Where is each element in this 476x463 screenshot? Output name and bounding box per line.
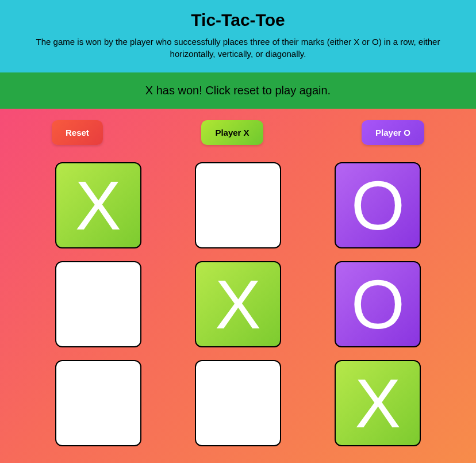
cell-4[interactable]: X	[195, 261, 281, 347]
reset-button[interactable]: Reset	[52, 120, 103, 145]
cell-8[interactable]: X	[335, 360, 421, 446]
player-o-button[interactable]: Player O	[362, 120, 424, 145]
status-bar: X has won! Click reset to play again.	[0, 72, 476, 109]
player-x-button[interactable]: Player X	[201, 120, 263, 145]
cell-0[interactable]: X	[55, 162, 141, 248]
page-subtitle: The game is won by the player who succes…	[31, 36, 445, 60]
game-area: Reset Player X Player O X O X O X	[0, 109, 476, 446]
cell-3[interactable]	[55, 261, 141, 347]
controls-row: Reset Player X Player O	[34, 120, 442, 145]
mark-icon: X	[355, 369, 401, 438]
header: Tic-Tac-Toe The game is won by the playe…	[0, 0, 476, 72]
game-board: X O X O X	[34, 162, 442, 446]
mark-icon: X	[215, 270, 261, 339]
cell-2[interactable]: O	[335, 162, 421, 248]
cell-5[interactable]: O	[335, 261, 421, 347]
status-message: X has won! Click reset to play again.	[0, 84, 476, 97]
cell-6[interactable]	[55, 360, 141, 446]
mark-icon: X	[75, 171, 121, 240]
mark-icon: O	[351, 270, 405, 339]
cell-1[interactable]	[195, 162, 281, 248]
mark-icon: O	[351, 171, 405, 240]
cell-7[interactable]	[195, 360, 281, 446]
page-title: Tic-Tac-Toe	[23, 10, 453, 30]
